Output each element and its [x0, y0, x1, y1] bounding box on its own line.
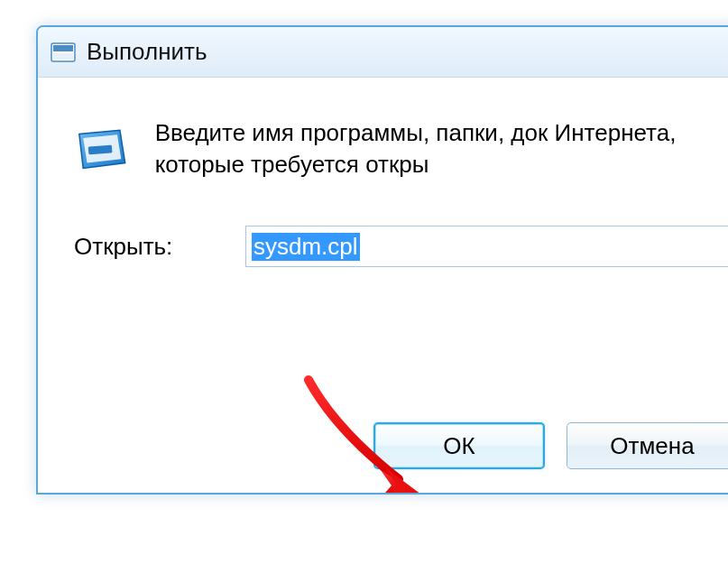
run-titlebar-icon: [51, 42, 76, 62]
dialog-title: Выполнить: [87, 38, 207, 66]
dialog-content: Введите имя программы, папки, док Интерн…: [38, 78, 728, 493]
cancel-button-label: Отмена: [610, 432, 694, 460]
ok-button[interactable]: ОК: [373, 422, 545, 469]
run-icon: [74, 121, 128, 179]
svg-rect-3: [88, 145, 113, 155]
ok-button-label: ОК: [443, 432, 475, 460]
buttons-row: ОК Отмена: [38, 419, 728, 473]
input-row: Открыть: sysdm.cpl: [38, 226, 728, 267]
open-input-value: sysdm.cpl: [252, 233, 360, 261]
cancel-button[interactable]: Отмена: [567, 422, 728, 469]
run-dialog: Выполнить Введите имя программы, папки, …: [36, 25, 728, 495]
open-combobox[interactable]: sysdm.cpl: [245, 226, 728, 267]
open-label: Открыть:: [74, 233, 209, 261]
svg-rect-2: [53, 53, 73, 60]
svg-rect-1: [53, 45, 73, 51]
titlebar[interactable]: Выполнить: [38, 27, 728, 78]
description-row: Введите имя программы, папки, док Интерн…: [38, 114, 728, 180]
dialog-description: Введите имя программы, папки, док Интерн…: [155, 114, 728, 180]
